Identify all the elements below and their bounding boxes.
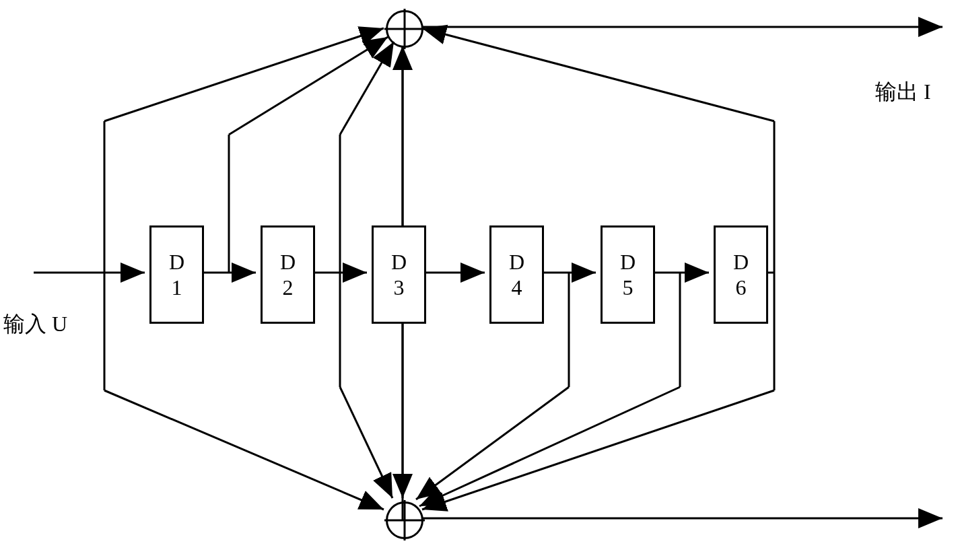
svg-line-26: [419, 387, 680, 506]
block-text: 3: [394, 275, 405, 300]
delay-block-d2: D 2: [261, 225, 315, 324]
output-label: 输出 I: [875, 77, 931, 107]
xor-top-icon: [386, 10, 423, 48]
svg-line-3: [422, 28, 774, 121]
input-label: 输入 U: [3, 310, 67, 339]
block-text: D: [509, 249, 524, 275]
svg-line-7: [422, 390, 774, 510]
svg-line-16: [229, 37, 388, 135]
block-text: D: [391, 249, 407, 275]
block-text: 6: [736, 275, 747, 300]
delay-block-d5: D 5: [601, 225, 655, 324]
xor-bottom-icon: [386, 501, 423, 539]
delay-block-d3: D 3: [372, 225, 426, 324]
svg-line-5: [104, 390, 384, 510]
delay-block-d1: D 1: [149, 225, 204, 324]
svg-line-21: [340, 387, 392, 498]
connections-svg: [0, 0, 958, 560]
block-text: D: [733, 249, 749, 275]
block-text: 5: [623, 275, 634, 300]
delay-block-d6: D 6: [714, 225, 768, 324]
delay-block-d4: D 4: [489, 225, 544, 324]
svg-line-1: [104, 28, 384, 121]
svg-line-18: [340, 42, 394, 135]
block-text: 4: [512, 275, 522, 300]
block-text: 2: [283, 275, 294, 300]
block-text: D: [280, 249, 296, 275]
svg-line-24: [416, 387, 569, 499]
block-text: D: [169, 249, 184, 275]
block-text: D: [620, 249, 636, 275]
block-text: 1: [172, 275, 182, 300]
